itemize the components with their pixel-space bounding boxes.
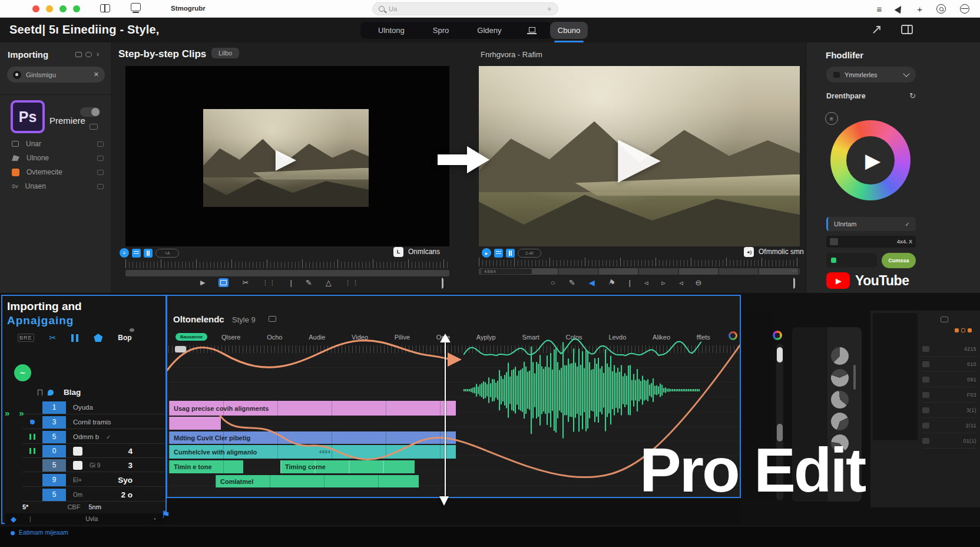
globe-icon[interactable] [960,4,969,14]
sidebar-item-4[interactable]: Sv Unaen [0,179,112,193]
step-row[interactable]: 0 4 [22,444,165,458]
collapse-icon[interactable] [75,52,82,57]
sidebar-search-input[interactable]: Ginlsmigu ✕ [7,67,105,83]
inspector-row[interactable]: F03 [922,387,976,403]
cursor-tool-icon[interactable]: | [290,278,292,287]
tab-3[interactable]: Gldeny [463,26,515,35]
dial-icon[interactable] [827,387,852,412]
adjust-tool-icon[interactable]: ⋮⋮ [345,279,360,286]
step-row[interactable]: 5 Om 2 o [22,488,165,502]
menu-icon[interactable]: ≡ [876,5,882,14]
dial-icon[interactable] [831,347,849,365]
chevron-right-icon[interactable]: › [97,50,99,58]
trim-tool-icon[interactable]: ◃ [679,278,682,287]
track-green-bottom[interactable]: Comlatmel [216,475,419,487]
inspector-row[interactable]: 3(1) [922,403,976,418]
loop-icon[interactable]: ≡ [120,248,129,258]
color-label-icon[interactable] [773,331,782,340]
sidebar-item-2[interactable]: Ulnone [0,151,112,165]
play-icon[interactable]: ▶ [830,120,911,200]
sidebar-toggle-icon[interactable] [100,4,110,12]
more-icon[interactable]: ⋯ [792,268,796,274]
avatar-icon[interactable] [936,4,946,14]
playhead[interactable] [445,342,446,498]
tab-1[interactable]: Ulntong [364,26,419,35]
zoom-window-button[interactable] [59,5,67,12]
tl-tab[interactable]: Ocho [267,334,282,341]
dial-icon[interactable] [828,366,852,390]
audio-sync-icon[interactable]: ~ [14,364,31,381]
pentagon-icon[interactable] [94,334,102,342]
track-teal[interactable]: Cumhelclve with aligmanlo 4884 [169,445,456,459]
pointer-icon[interactable] [895,4,905,14]
play-icon[interactable]: ▶ [479,66,800,246]
tl-tab[interactable]: Video [352,334,368,341]
grid-view-icon[interactable] [494,249,503,258]
remove-tool-icon[interactable]: ⊖ [695,278,701,287]
step-row[interactable]: 3 Cornil tramis [22,416,165,429]
sidebar-item-3[interactable]: Ovtemecite [0,165,112,179]
play-icon[interactable]: ▶ [203,109,369,207]
fullscreen-window-button[interactable] [73,5,80,12]
close-window-button[interactable] [32,5,39,12]
inspector-row[interactable]: 01(1) [922,433,976,449]
play-button[interactable]: ▶ [200,279,205,286]
clip-viewer[interactable]: ▶ [125,66,449,246]
slip-tool-icon[interactable]: ◃ [644,278,648,287]
dimension-input[interactable]: 4x4. X [826,236,916,248]
scrollbar-thumb[interactable] [777,347,783,363]
tab-active[interactable]: Cbuno [550,22,588,39]
global-search-input[interactable]: Ua ✳ [372,2,558,15]
status-field[interactable] [826,253,877,268]
fullscreen-monitor-icon[interactable] [442,278,443,289]
refresh-icon[interactable]: ↻ [909,91,916,100]
preview-scrubber[interactable]: 4884 ⋯ [479,268,800,275]
ruler-drag-handle[interactable] [175,346,186,352]
reset-row[interactable]: Drenthpare ↻ [826,91,916,100]
options-icon[interactable] [85,52,92,57]
tab-tools-icon[interactable] [527,27,537,34]
duration-pill[interactable]: 2-40 [518,249,541,258]
track-blue[interactable]: Mdting Cuvit Cler pibetig [169,431,456,444]
track-pink[interactable]: Usag precise covih alignments [169,401,456,416]
search-clear-icon[interactable]: ✳ [547,6,552,12]
pause-icon[interactable] [71,334,78,342]
scissors-icon[interactable]: ✂ [49,333,57,342]
step-row[interactable]: 9 El+ Syo [22,473,165,487]
slide-tool-icon[interactable]: ▹ [661,278,666,287]
column-view-icon[interactable] [144,249,153,258]
select-tool-icon[interactable]: ◀ [589,278,595,287]
shape-tool-icon[interactable]: △ [326,278,332,287]
add-icon[interactable]: + [917,5,922,14]
step-row[interactable]: 5 Gi 9 3 [22,459,165,472]
app-settings-icon[interactable] [90,124,98,130]
apply-button[interactable]: Cumssa [882,253,916,268]
timeline-source-pill[interactable]: Bausanne [176,333,207,341]
sidebar-search-clear-icon[interactable]: ✕ [94,71,99,78]
cut-tool-icon[interactable]: ✂ [242,278,249,287]
sidebar-item-1[interactable]: Unar [0,137,112,151]
app-toggle[interactable] [80,107,100,117]
mask-tool-icon[interactable]: ○ [551,278,555,287]
step-row[interactable]: 5 Odmm b ✓ [22,430,165,444]
presets-dropdown[interactable]: Ymmrlerles [826,67,916,83]
pin-tool-icon[interactable]: ⚑ [607,277,617,288]
step-row[interactable]: 1 Oyuda [22,401,165,414]
inspector-row[interactable]: 2/11 [922,418,976,433]
bre-tool[interactable]: BRE [18,334,34,342]
tl-tab[interactable]: Audie [309,334,325,341]
cursor-tool-icon[interactable]: | [628,278,630,287]
loop-icon[interactable]: ▶ [482,248,491,258]
history-icon[interactable]: ◔ [153,516,156,522]
playhead-bottom-handle[interactable] [439,496,449,506]
inspector-row[interactable]: 4215 [922,341,976,357]
track-pink-stub[interactable] [169,417,221,430]
inspector-row[interactable]: 091 [922,372,976,387]
window-stack-icon[interactable] [131,3,141,11]
layout-icon[interactable] [901,24,913,35]
track-green-mid[interactable]: Timing corne [280,460,415,473]
inspector-header-icon[interactable] [941,317,948,322]
pen-tool-icon[interactable]: ✎ [306,278,312,287]
profile-dropdown[interactable]: Ulnrtam ✓ [826,217,916,231]
color-wheel-mini-icon[interactable] [729,331,737,340]
